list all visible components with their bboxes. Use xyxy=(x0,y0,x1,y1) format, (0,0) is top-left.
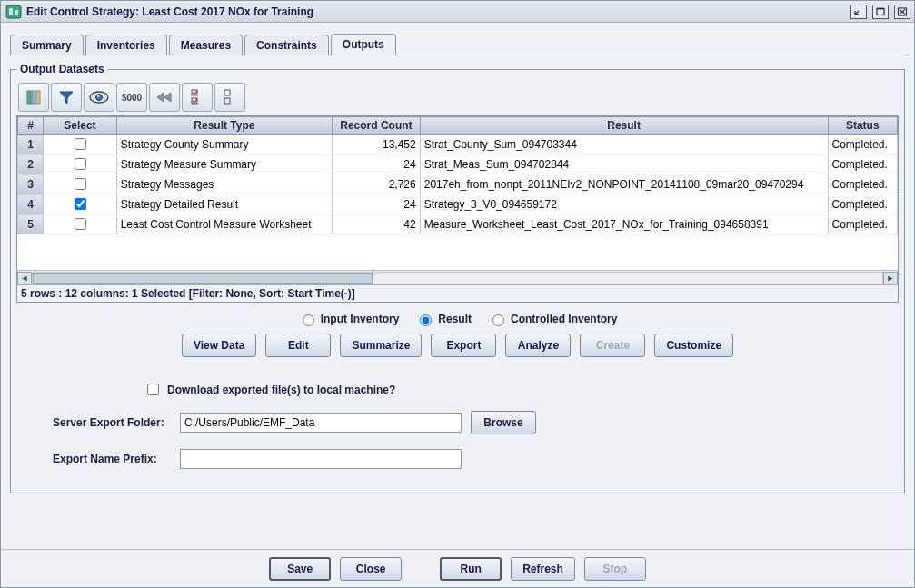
col-select[interactable]: Select xyxy=(44,117,116,135)
maximize-icon[interactable] xyxy=(872,5,889,19)
view-data-button[interactable]: View Data xyxy=(182,334,256,357)
export-button[interactable]: Export xyxy=(431,334,496,357)
export-prefix-row: Export Name Prefix: xyxy=(53,449,862,469)
titlebar: Edit Control Strategy: Least Cost 2017 N… xyxy=(1,1,914,23)
row-select-checkbox[interactable] xyxy=(75,158,86,170)
results-table-wrap: # Select Result Type Record Count Result… xyxy=(16,115,899,303)
row-number: 5 xyxy=(18,214,44,234)
filter-icon[interactable] xyxy=(51,83,82,112)
refresh-button[interactable]: Refresh xyxy=(511,557,575,581)
download-checkbox-label: Download exported file(s) to local machi… xyxy=(167,384,395,396)
cell-result-type: Strategy County Summary xyxy=(116,135,332,154)
svg-rect-5 xyxy=(27,91,31,104)
cell-status: Completed. xyxy=(828,194,898,214)
tab-inventories[interactable]: Inventories xyxy=(85,35,167,55)
cost-icon[interactable]: $000 xyxy=(116,83,147,112)
tab-outputs[interactable]: Outputs xyxy=(331,34,396,55)
tab-summary[interactable]: Summary xyxy=(10,35,84,55)
create-button[interactable]: Create xyxy=(580,334,645,357)
row-select-checkbox[interactable] xyxy=(75,198,86,210)
cell-record-count: 24 xyxy=(333,194,421,214)
radio-input-inventory[interactable]: Input Inventory xyxy=(298,312,400,326)
radio-input-inventory-label: Input Inventory xyxy=(321,313,400,325)
save-button[interactable]: Save xyxy=(269,557,331,581)
cell-status: Completed. xyxy=(828,214,898,234)
scroll-right-icon[interactable]: ► xyxy=(883,272,898,284)
close-button[interactable]: Close xyxy=(340,557,402,581)
row-number: 4 xyxy=(18,194,44,214)
col-result-type[interactable]: Result Type xyxy=(116,117,332,135)
svg-rect-1 xyxy=(9,8,13,15)
output-datasets-group: Output Datasets $000 xyxy=(10,63,905,493)
svg-rect-7 xyxy=(36,91,40,104)
col-rownum[interactable]: # xyxy=(18,117,44,135)
server-folder-input[interactable] xyxy=(180,413,462,433)
table-toolbar: $000 xyxy=(16,81,899,114)
table-row[interactable]: 5Least Cost Control Measure Worksheet42M… xyxy=(18,214,898,234)
window-controls xyxy=(850,5,910,19)
cell-result: Strat_County_Sum_094703344 xyxy=(420,135,828,154)
col-record-count[interactable]: Record Count xyxy=(333,117,421,135)
browse-button[interactable]: Browse xyxy=(471,411,536,434)
cell-status: Completed. xyxy=(828,174,898,194)
select-all-icon[interactable] xyxy=(182,83,213,112)
view-icon[interactable] xyxy=(84,83,114,112)
cell-result-type: Strategy Messages xyxy=(116,174,332,194)
scroll-track[interactable] xyxy=(32,272,883,284)
server-folder-row: Server Export Folder: Browse xyxy=(53,411,862,434)
scroll-left-icon[interactable]: ◄ xyxy=(17,272,32,284)
tab-measures[interactable]: Measures xyxy=(169,35,243,55)
edit-button[interactable]: Edit xyxy=(265,334,331,357)
svg-rect-2 xyxy=(15,10,18,15)
stop-button[interactable]: Stop xyxy=(584,557,646,581)
cell-result: Strategy_3_V0_094659172 xyxy=(420,194,828,214)
radio-result[interactable]: Result xyxy=(415,312,472,326)
export-prefix-label: Export Name Prefix: xyxy=(53,453,171,465)
tab-constraints[interactable]: Constraints xyxy=(244,35,329,55)
scroll-thumb[interactable] xyxy=(33,273,373,284)
row-select-checkbox[interactable] xyxy=(75,218,86,230)
svg-rect-13 xyxy=(224,90,230,95)
content-area: Summary Inventories Measures Constraints… xyxy=(1,23,914,549)
cell-result-type: Strategy Measure Summary xyxy=(116,154,332,174)
minimize-internal-icon[interactable] xyxy=(850,5,867,19)
columns-icon[interactable] xyxy=(18,83,49,112)
cell-status: Completed. xyxy=(828,154,898,174)
app-icon xyxy=(5,4,23,20)
export-section: Download exported file(s) to local machi… xyxy=(16,368,899,487)
deselect-all-icon[interactable] xyxy=(214,83,245,112)
table-row[interactable]: 3Strategy Messages2,7262017eh_from_nonpt… xyxy=(18,174,898,194)
row-select-checkbox[interactable] xyxy=(75,138,86,150)
svg-point-9 xyxy=(96,95,103,101)
bottom-button-bar: Save Close Run Refresh Stop xyxy=(1,549,914,587)
result-type-radio-group: Input Inventory Result Controlled Invent… xyxy=(16,303,899,334)
row-number: 3 xyxy=(18,174,44,194)
download-checkbox[interactable] xyxy=(147,384,159,395)
cell-result: Strat_Meas_Sum_094702844 xyxy=(420,154,828,174)
row-select-cell xyxy=(44,154,116,174)
export-prefix-input[interactable] xyxy=(180,449,462,469)
row-number: 1 xyxy=(18,135,44,154)
horizontal-scrollbar[interactable]: ◄ ► xyxy=(17,270,898,284)
reset-icon[interactable] xyxy=(149,83,180,112)
customize-button[interactable]: Customize xyxy=(654,334,733,357)
col-status[interactable]: Status xyxy=(828,117,898,135)
summarize-button[interactable]: Summarize xyxy=(340,334,422,357)
radio-controlled-inventory[interactable]: Controlled Inventory xyxy=(488,312,617,326)
row-number: 2 xyxy=(18,154,44,174)
run-button[interactable]: Run xyxy=(440,557,502,581)
table-row[interactable]: 2Strategy Measure Summary24Strat_Meas_Su… xyxy=(18,154,898,174)
svg-rect-14 xyxy=(224,98,230,104)
cell-result: 2017eh_from_nonpt_2011NEIv2_NONPOINT_201… xyxy=(420,174,828,194)
cell-record-count: 42 xyxy=(333,214,421,234)
row-select-checkbox[interactable] xyxy=(75,178,86,190)
close-icon[interactable] xyxy=(894,5,910,19)
analyze-button[interactable]: Analyze xyxy=(505,334,571,357)
col-result[interactable]: Result xyxy=(420,117,828,135)
output-datasets-legend: Output Datasets xyxy=(16,63,108,75)
window-title: Edit Control Strategy: Least Cost 2017 N… xyxy=(26,5,850,18)
results-table: # Select Result Type Record Count Result… xyxy=(17,116,898,234)
table-row[interactable]: 4Strategy Detailed Result24Strategy_3_V0… xyxy=(18,194,898,214)
server-folder-label: Server Export Folder: xyxy=(53,416,171,429)
table-row[interactable]: 1Strategy County Summary13,452Strat_Coun… xyxy=(18,135,898,154)
